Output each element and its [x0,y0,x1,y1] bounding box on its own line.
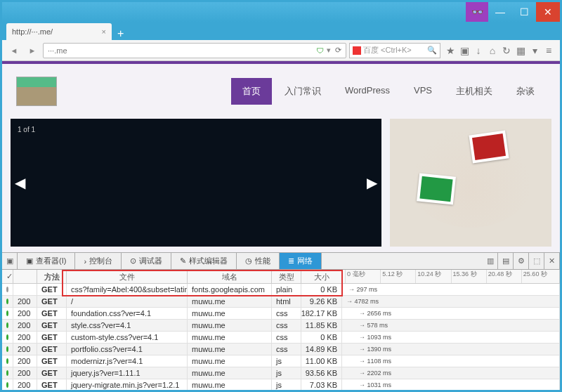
network-row[interactable]: 200GETstyle.css?ver=4.1muwu.mecss11.85 K… [2,320,560,332]
browser-toolbar: ◄ ► ···.me 🛡 ▾ ⟳ 百度 <Ctrl+K> 🔍 ★▣↓⌂↻▦▾≡ [2,40,560,61]
toolbar-icon[interactable]: ⌂ [485,44,499,58]
tab-title: http://···.me/ [12,27,53,36]
devtools-tab[interactable]: ◷性能 [237,253,280,269]
minimize-button[interactable]: — [488,2,512,22]
nav-link[interactable]: VPS [403,78,443,105]
col-type[interactable]: 类型 [272,270,301,283]
network-row[interactable]: 200GETcustom-style.css?ver=4.1muwu.mecss… [2,332,560,344]
close-button[interactable]: ✕ [536,2,560,22]
network-row[interactable]: 200GETmodernizr.js?ver=4.1muwu.mejs11.00… [2,355,560,367]
tab-bar: http://···.me/ × + [2,22,560,40]
col-check[interactable]: ✓ [2,270,13,283]
col-method[interactable]: 方法 [37,270,67,283]
devtools-side-icon[interactable]: ▥ [483,253,498,269]
network-row[interactable]: 200GETfoundation.css?ver=4.1muwu.mecss18… [2,308,560,320]
prev-arrow-icon[interactable]: ◀ [15,174,25,191]
next-arrow-icon[interactable]: ▶ [367,174,377,191]
devtools-popout-icon[interactable]: ▣ [2,253,18,269]
devtools-tab[interactable]: ▣查看器(I) [18,253,75,269]
hero-slider[interactable]: 1 of 1 ◀ ▶ [11,119,381,247]
maximize-button[interactable]: ☐ [512,2,536,22]
network-headers: ✓ 方法 文件 域名 类型 大小 0 毫秒5.12 秒10.24 秒15.36 … [2,270,560,284]
devtools-tab[interactable]: ≣网络 [280,253,322,269]
site-logo[interactable] [16,77,57,106]
browser-tab[interactable]: http://···.me/ × [6,23,112,40]
window-titlebar: 👓 — ☐ ✕ [2,2,560,22]
col-timeline[interactable]: 0 毫秒5.12 秒10.24 秒15.36 秒20.48 秒25.60 秒 [342,270,560,283]
search-input[interactable]: 百度 <Ctrl+K> 🔍 [349,43,440,58]
col-file[interactable]: 文件 [67,270,188,283]
incognito-icon: 👓 [466,2,488,22]
devtools-tab[interactable]: ⊙调试器 [122,253,171,269]
toolbar-icon[interactable]: ▣ [457,44,471,58]
url-input[interactable]: ···.me 🛡 ▾ ⟳ [43,43,346,58]
network-row[interactable]: 200GETjquery.js?ver=1.11.1muwu.mejs93.56… [2,367,560,379]
sidebar-image [390,119,551,247]
col-domain[interactable]: 域名 [188,270,272,283]
search-go-icon[interactable]: 🔍 [427,46,437,55]
network-row[interactable]: 200GET/muwu.mehtml9.26 KB→ 4782 ms [2,296,560,308]
toolbar-icon[interactable]: ↻ [499,44,514,58]
forward-button[interactable]: ► [25,43,40,58]
devtools-tab[interactable]: ›控制台 [75,253,122,269]
devtools-tabs: ▣ ▣查看器(I)›控制台⊙调试器✎样式编辑器◷性能≣网络▥▤⚙⬚✕ [2,253,560,270]
slide-thumb [417,173,456,204]
slide-counter: 1 of 1 [18,126,35,133]
slide-thumb [469,131,509,164]
devtools-side-icon[interactable]: ✕ [544,253,560,269]
page-content: 首页入门常识WordPressVPS主机相关杂谈 1 of 1 ◀ ▶ [2,61,560,252]
devtools-tab[interactable]: ✎样式编辑器 [171,253,237,269]
devtools-side-icon[interactable]: ⬚ [529,253,544,269]
network-row[interactable]: 200GETportfolio.css?ver=4.1muwu.mecss14.… [2,344,560,355]
search-placeholder: 百度 <Ctrl+K> [363,45,412,55]
url-text: ···.me [48,46,67,55]
col-size[interactable]: 大小 [301,270,342,283]
baidu-icon [353,46,361,55]
nav-link[interactable]: 杂谈 [505,78,546,105]
nav-link[interactable]: 主机相关 [445,78,504,105]
nav-link[interactable]: 首页 [231,78,272,105]
toolbar-icon[interactable]: ≡ [542,44,556,58]
back-button[interactable]: ◄ [6,43,22,58]
toolbar-icon[interactable]: ↓ [471,44,485,58]
network-row[interactable]: 200GETjquery-migrate.min.js?ver=1.2.1muw… [2,379,560,391]
shield-icon[interactable]: 🛡 [316,46,324,55]
toolbar-icon[interactable]: ▦ [514,44,528,58]
new-tab-button[interactable]: + [112,27,129,40]
toolbar-icon[interactable]: ★ [443,44,457,58]
network-row[interactable]: GETcss?family=Abel:400&subset=latin…font… [2,284,560,296]
site-nav: 首页入门常识WordPressVPS主机相关杂谈 [231,78,546,105]
reload-icon[interactable]: ⟳ [335,46,341,55]
devtools-side-icon[interactable]: ⚙ [514,253,529,269]
devtools-panel: ▣ ▣查看器(I)›控制台⊙调试器✎样式编辑器◷性能≣网络▥▤⚙⬚✕ ✓ 方法 … [2,252,560,392]
nav-link[interactable]: WordPress [334,78,401,105]
col-status[interactable] [13,270,37,283]
nav-link[interactable]: 入门常识 [273,78,332,105]
toolbar-icon[interactable]: ▾ [528,44,542,58]
devtools-side-icon[interactable]: ▤ [498,253,514,269]
url-dropdown-icon[interactable]: ▾ [327,46,331,55]
tab-close-icon[interactable]: × [102,27,106,36]
